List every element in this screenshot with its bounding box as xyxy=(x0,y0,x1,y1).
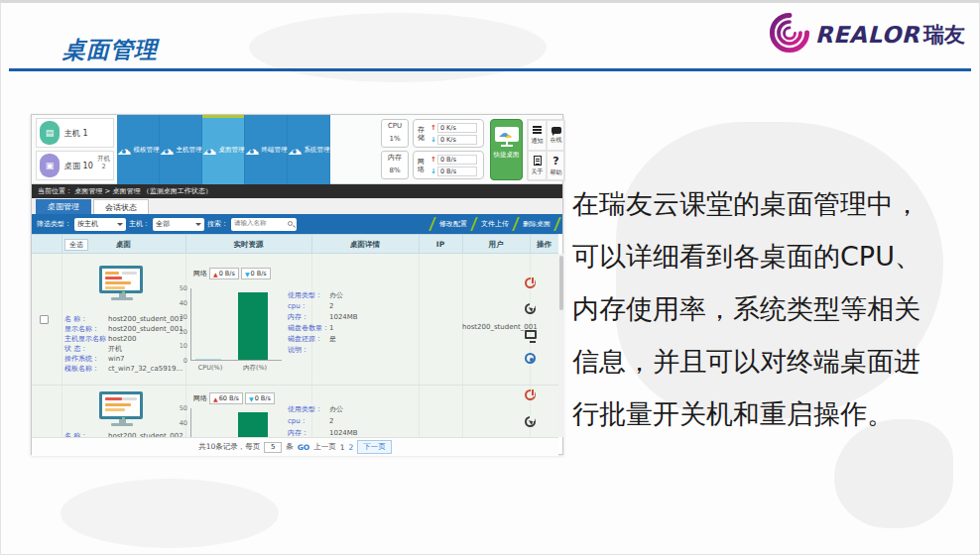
file-upload-button[interactable]: 文件上传 xyxy=(475,219,515,229)
resource-bar-chart: 50 40 30 20 10 0 xyxy=(190,288,282,361)
search-icon[interactable] xyxy=(288,221,293,226)
question-mark-icon: ? xyxy=(552,156,558,166)
locate-icon[interactable] xyxy=(525,353,539,367)
record-summary: 共10条记录，每页 xyxy=(198,442,260,452)
page-2-button[interactable]: 2 xyxy=(349,443,354,452)
field-value: host200_student_001 xyxy=(108,315,184,323)
logo-brand: REALOR xyxy=(815,22,919,48)
quick-desktop-button[interactable]: ☁☁ 快捷桌面 xyxy=(490,119,523,180)
nav-tab-template-management[interactable]: ☁ 模板管理 xyxy=(117,115,160,184)
next-page-button[interactable]: 下一页 xyxy=(357,440,392,454)
upload-icon: ▲ xyxy=(213,395,218,402)
desktop-monitor-icon xyxy=(99,391,145,426)
realor-spiral-icon xyxy=(768,11,811,58)
online-button[interactable]: 在线 xyxy=(547,120,565,151)
slide: 桌面管理 REALOR 瑞友 ▤ xyxy=(0,0,980,555)
restart-icon[interactable] xyxy=(525,416,539,430)
monitor-icon[interactable] xyxy=(525,330,539,344)
action-buttons: 修改配置 文件上传 删除桌面 xyxy=(431,214,558,234)
axis-label-mem: 内存(%) xyxy=(233,364,277,373)
map-watermark xyxy=(249,13,547,82)
up-arrow-icon: ↑ xyxy=(430,124,436,132)
cloud-icon: ☁ xyxy=(288,143,303,157)
desktop-icon: ▣ xyxy=(40,154,60,177)
field-value: win7 xyxy=(108,355,125,363)
col-user: 用户 xyxy=(462,235,530,255)
corner-menu: 通知 在线 关于 ? 帮助 xyxy=(527,119,564,180)
page-1-button[interactable]: 1 xyxy=(340,443,345,452)
download-icon: ▼ xyxy=(249,395,254,402)
chevron-down-icon xyxy=(117,223,123,229)
prev-page-button[interactable]: 上一页 xyxy=(313,442,336,452)
nav-tab-host-management[interactable]: ☁ 主机管理 xyxy=(160,115,202,184)
nav-tab-system-management[interactable]: ☁ 系统管理 xyxy=(288,115,330,184)
map-watermark xyxy=(61,479,279,548)
upload-icon: ▲ xyxy=(213,271,218,278)
filter-type-select[interactable]: 按主机 xyxy=(74,218,126,231)
memory-bar xyxy=(238,412,268,437)
resource-gauges: CPU 1% 内存 8% xyxy=(381,115,409,179)
host-select[interactable]: 全部 xyxy=(153,218,204,231)
col-ip: IP xyxy=(419,235,462,255)
tab-session-status[interactable]: 会话状态 xyxy=(93,199,149,214)
memory-gauge: 内存 8% xyxy=(381,151,409,179)
user-cell: host200_student_001 xyxy=(462,323,530,331)
down-arrow-icon: ↓ xyxy=(430,136,436,144)
cloud-icon: ☁ xyxy=(202,143,217,157)
title-underline xyxy=(9,68,971,71)
logo-brand-cn: 瑞友 xyxy=(923,21,965,49)
desktop-monitor-icon xyxy=(99,266,145,300)
col-details: 桌面详情 xyxy=(311,235,419,255)
delete-desktop-button[interactable]: 删除桌面 xyxy=(517,219,556,229)
storage-io-widget: 存储 ↑0 K/s ↓0 K/s xyxy=(413,119,484,148)
help-button[interactable]: ? 帮助 xyxy=(547,151,565,181)
page-size-input[interactable] xyxy=(264,442,282,453)
host-icon: ▤ xyxy=(40,121,60,145)
cpu-bar xyxy=(195,359,221,360)
axis-label-cpu: CPU(%) xyxy=(188,364,232,372)
col-actions: 操作 xyxy=(530,235,558,255)
tab-desktop-management[interactable]: 桌面管理 xyxy=(36,199,91,214)
breadcrumb: 当前位置： 桌面管理 > 桌面管理 （监测桌面工作状态） xyxy=(32,184,562,198)
field-label: 操作系统： xyxy=(64,355,99,363)
memory-bar xyxy=(238,292,268,360)
notification-list-icon xyxy=(533,125,542,136)
go-button[interactable]: GO xyxy=(298,443,310,452)
io-widgets: 存储 ↑0 K/s ↓0 K/s 网络 ↑0 B/s ↓0 B/s xyxy=(413,115,484,179)
stat-card-hosts[interactable]: ▤ 主机 1 xyxy=(36,118,114,148)
page-title: 桌面管理 xyxy=(62,35,158,65)
table-header: 全选 桌面 实时资源 桌面详情 IP 用户 操作 xyxy=(32,234,558,254)
power-icon[interactable] xyxy=(525,278,539,291)
table-row: 名 称： host200_student_001 显示名称： host200_s… xyxy=(32,254,558,386)
row-checkbox[interactable] xyxy=(40,315,49,324)
nav-tab-terminal-management[interactable]: ☁ 终端管理 xyxy=(245,115,288,184)
powered-on-count: 开机 2 xyxy=(97,155,110,170)
about-button[interactable]: 关于 xyxy=(528,151,547,181)
col-realtime: 实时资源 xyxy=(185,235,311,255)
resource-bar-chart: 50 40 xyxy=(190,408,282,437)
power-icon[interactable] xyxy=(525,389,539,403)
sub-tabs: 桌面管理 会话状态 xyxy=(32,198,562,214)
console-toolbar: ▤ 主机 1 ▣ 桌面 10 开机 2 ☁ 模板管理 xyxy=(32,115,562,184)
network-io-widget: 网络 ↑0 B/s ↓0 B/s xyxy=(413,151,484,179)
nav-tab-desktop-management[interactable]: ☁ 桌面管理 xyxy=(202,115,245,184)
stat-card-desktops[interactable]: ▣ 桌面 10 开机 2 xyxy=(36,151,114,180)
down-arrow-icon: ↓ xyxy=(430,167,436,175)
field-value: 开机 xyxy=(108,345,122,353)
cloud-icon: ☁ xyxy=(117,143,132,157)
document-icon xyxy=(534,156,542,166)
field-label: 显示名称： xyxy=(64,325,99,333)
realor-logo: REALOR 瑞友 xyxy=(768,11,965,58)
network-rate-header: 网络 ▲60 B/s ▼0 B/s xyxy=(193,392,275,404)
field-label: 状 态： xyxy=(64,345,87,353)
search-input[interactable] xyxy=(231,218,283,229)
restart-icon[interactable] xyxy=(525,303,539,317)
table-row: 网络 ▲60 B/s ▼0 B/s 50 40 使用类型： 办公 cpu： 2 … xyxy=(32,386,558,437)
field-label: 主机显示名称： xyxy=(64,335,113,343)
scrollbar-thumb[interactable] xyxy=(559,256,563,310)
modify-config-button[interactable]: 修改配置 xyxy=(433,219,473,229)
field-value: host200_student_001 xyxy=(108,325,184,333)
cloud-icon: ☁ xyxy=(160,143,175,157)
field-label: 名 称： xyxy=(64,315,87,323)
notifications-button[interactable]: 通知 xyxy=(528,120,547,151)
